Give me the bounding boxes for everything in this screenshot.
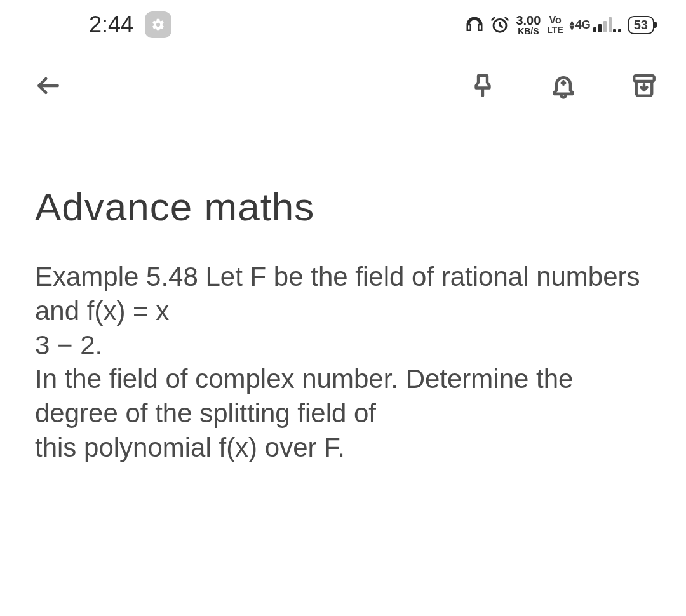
note-title[interactable]: Advance maths [35,184,654,229]
note-body[interactable]: Example 5.48 Let F be the field of ratio… [35,260,654,465]
volte-indicator: Vo LTE [547,15,563,34]
headphones-icon [465,15,484,34]
alarm-icon [490,15,509,34]
settings-icon [145,11,172,38]
network-speed: 3.00 KB/S [516,14,541,36]
battery-indicator: 53 [628,16,654,34]
pin-button[interactable] [466,69,499,102]
status-left: 2:44 [89,11,172,38]
svg-rect-1 [634,76,654,81]
reminder-button[interactable] [547,69,580,102]
note-content[interactable]: Advance maths Example 5.48 Let F be the … [0,114,686,465]
signal-indicator: ▴▾ 4G [570,17,621,32]
status-right: 3.00 KB/S Vo LTE ▴▾ 4G 53 [465,14,654,36]
status-bar: 2:44 3.00 KB/S Vo LTE [0,0,686,44]
app-toolbar [0,44,686,114]
archive-button[interactable] [628,69,661,102]
status-time: 2:44 [89,11,133,38]
back-button[interactable] [32,69,65,102]
